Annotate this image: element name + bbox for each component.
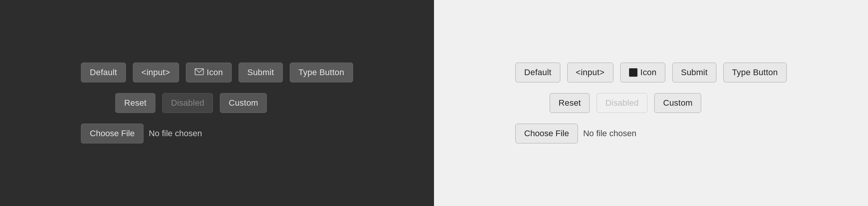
light-choose-file-button[interactable]: Choose File bbox=[515, 124, 578, 143]
dark-row-2: Reset Disabled Custom bbox=[115, 93, 267, 113]
light-no-file-label: No file chosen bbox=[583, 129, 636, 138]
dark-disabled-button: Disabled bbox=[162, 93, 213, 113]
light-panel: Default <input> Icon Submit Type Button … bbox=[434, 0, 868, 206]
dark-icon-button-label: Icon bbox=[207, 68, 223, 77]
dark-submit-button[interactable]: Submit bbox=[239, 63, 283, 82]
dark-type-button[interactable]: Type Button bbox=[290, 63, 353, 82]
light-row-2: Reset Disabled Custom bbox=[550, 93, 701, 113]
light-input-button[interactable]: <input> bbox=[567, 63, 613, 82]
light-file-input-row: Choose File No file chosen bbox=[515, 124, 636, 143]
dark-icon-button[interactable]: Icon bbox=[186, 63, 232, 82]
dark-reset-button[interactable]: Reset bbox=[115, 93, 155, 113]
light-icon-button[interactable]: Icon bbox=[620, 63, 665, 82]
dark-no-file-label: No file chosen bbox=[149, 129, 202, 138]
dark-row-1: Default <input> Icon Submit Type Button bbox=[81, 63, 353, 82]
light-submit-button[interactable]: Submit bbox=[672, 63, 716, 82]
dark-input-button[interactable]: <input> bbox=[133, 63, 179, 82]
light-row-1: Default <input> Icon Submit Type Button bbox=[515, 63, 786, 82]
dark-choose-file-button[interactable]: Choose File bbox=[81, 124, 143, 143]
dark-file-input-row: Choose File No file chosen bbox=[81, 124, 202, 143]
dark-panel: Default <input> Icon Submit Type Button … bbox=[0, 0, 434, 206]
dark-default-button[interactable]: Default bbox=[81, 63, 126, 82]
email-icon bbox=[195, 68, 204, 77]
dark-button-group: Default <input> Icon Submit Type Button … bbox=[81, 63, 353, 143]
light-button-group: Default <input> Icon Submit Type Button … bbox=[515, 63, 786, 143]
light-disabled-button: Disabled bbox=[597, 93, 647, 113]
light-type-button[interactable]: Type Button bbox=[723, 63, 787, 82]
light-default-button[interactable]: Default bbox=[515, 63, 560, 82]
dark-custom-button[interactable]: Custom bbox=[220, 93, 267, 113]
light-reset-button[interactable]: Reset bbox=[550, 93, 590, 113]
light-icon-button-label: Icon bbox=[641, 68, 657, 77]
square-icon bbox=[629, 68, 637, 77]
light-custom-button[interactable]: Custom bbox=[654, 93, 701, 113]
